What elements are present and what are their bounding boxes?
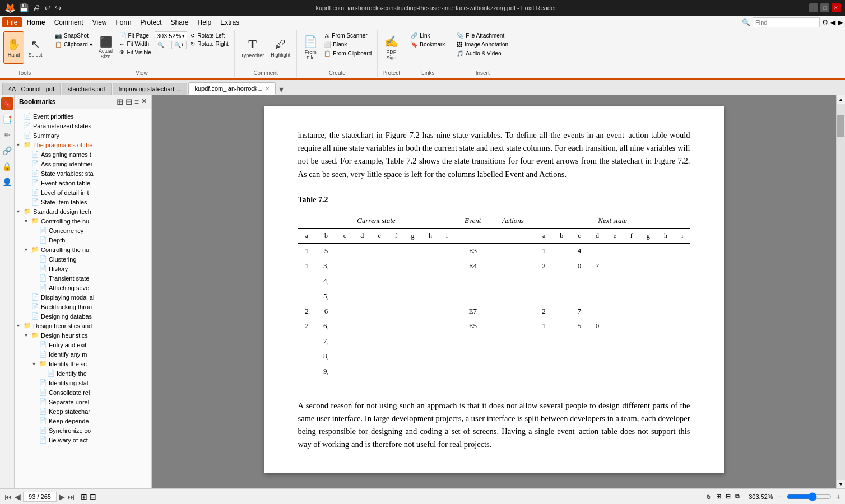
- file-attachment-button[interactable]: 📎 File Attachment: [454, 31, 510, 40]
- fit-width-button[interactable]: ↔ Fit Width: [117, 40, 154, 48]
- menu-help[interactable]: Help: [193, 17, 216, 27]
- maximize-button[interactable]: □: [820, 3, 829, 12]
- menu-comment[interactable]: Comment: [50, 17, 88, 27]
- nav-prev-button[interactable]: ◀: [15, 492, 21, 501]
- zoom-in-button[interactable]: 🔍+: [171, 41, 187, 49]
- image-annotation-button[interactable]: 🖼 Image Annotation: [454, 40, 510, 49]
- status-zoom-out-button[interactable]: −: [778, 492, 782, 501]
- tab-close-icon[interactable]: ✕: [265, 86, 270, 92]
- view-mode-icon[interactable]: ⊟: [90, 492, 96, 501]
- minimize-button[interactable]: ─: [809, 3, 818, 12]
- menu-home[interactable]: Home: [22, 17, 49, 27]
- bookmark-item-bm9[interactable]: 📄Level of detail in t: [15, 188, 151, 197]
- audio-video-button[interactable]: 🎵 Audio & Video: [454, 49, 510, 58]
- typewriter-button[interactable]: T Typewriter: [238, 31, 267, 64]
- from-clipboard-button[interactable]: 📋 From Clipboard: [322, 49, 374, 58]
- redo-btn[interactable]: ↪: [54, 3, 63, 12]
- fit-page-button[interactable]: 📄 Fit Page: [117, 31, 154, 40]
- menu-file[interactable]: File: [2, 17, 22, 27]
- menu-share[interactable]: Share: [166, 17, 193, 27]
- bookmark-item-bm32[interactable]: 📄Keep statechar: [15, 407, 151, 416]
- bookmark-item-bm27[interactable]: ▾📁Identify the sc: [15, 359, 151, 368]
- right-scrollbar[interactable]: ▲ ▼: [836, 95, 845, 488]
- bookmark-item-bm26[interactable]: 📄Identify any m: [15, 349, 151, 359]
- bookmark-item-bm25[interactable]: 📄Entry and exit: [15, 340, 151, 349]
- bookmark-item-bm23[interactable]: ▾📁Design heuristics and: [15, 321, 151, 330]
- find-settings-icon[interactable]: ⚙: [822, 18, 828, 26]
- panel-close-icon[interactable]: ✕: [141, 97, 147, 106]
- security-icon[interactable]: 🔒: [1, 160, 13, 172]
- bookmark-item-bm30[interactable]: 📄Consolidate rel: [15, 388, 151, 397]
- scroll-thumb[interactable]: [837, 115, 844, 137]
- panel-expand-icon[interactable]: ⊞: [117, 97, 123, 106]
- bookmark-item-bm15[interactable]: ▾📁Controlling the nu: [15, 245, 151, 254]
- scroll-down-button[interactable]: ▼: [837, 480, 845, 488]
- nav-next-button[interactable]: ▶: [59, 492, 65, 501]
- bookmark-item-bm6[interactable]: 📄Assigning identifier: [15, 159, 151, 169]
- bookmark-item-bm31[interactable]: 📄Separate unrel: [15, 397, 151, 407]
- select-tool-button[interactable]: ↖ Select: [25, 31, 45, 64]
- bookmark-item-bm19[interactable]: 📄Attaching seve: [15, 283, 151, 292]
- bookmark-item-bm20[interactable]: 📄Displaying modal al: [15, 292, 151, 302]
- bookmark-item-bm33[interactable]: 📄Keep depende: [15, 416, 151, 426]
- from-file-button[interactable]: 📄 From File: [300, 31, 321, 64]
- bookmark-item-bm18[interactable]: 📄Transient state: [15, 273, 151, 283]
- user-icon[interactable]: 👤: [1, 176, 13, 188]
- bookmark-item-bm29[interactable]: 📄Identifying stat: [15, 378, 151, 388]
- undo-btn[interactable]: ↩: [43, 3, 52, 12]
- status-zoom-in-button[interactable]: +: [836, 492, 841, 501]
- zoom-out-button[interactable]: 🔍−: [155, 41, 170, 49]
- scroll-up-button[interactable]: ▲: [837, 95, 845, 104]
- menu-view[interactable]: View: [88, 17, 112, 27]
- close-button[interactable]: ✕: [832, 3, 841, 12]
- pages-icon[interactable]: 📑: [1, 113, 13, 125]
- save-btn[interactable]: 💾: [18, 3, 30, 12]
- rotate-right-button[interactable]: ↻ Rotate Right: [188, 40, 231, 48]
- zoom-slider[interactable]: [787, 492, 832, 501]
- bookmark-item-bm13[interactable]: 📄Concurrency: [15, 226, 151, 235]
- print-btn[interactable]: 🖨: [31, 3, 41, 12]
- annotations-icon[interactable]: ✏: [1, 129, 13, 141]
- menu-form[interactable]: Form: [112, 17, 136, 27]
- nav-first-button[interactable]: ⏮: [4, 492, 12, 501]
- tab-starcharts[interactable]: starcharts.pdf: [62, 83, 112, 95]
- bookmark-item-bm22[interactable]: 📄Designing databas: [15, 311, 151, 321]
- bookmark-item-bm3[interactable]: 📄Summary: [15, 130, 151, 140]
- clipboard-button[interactable]: 📋 Clipboard ▾: [53, 40, 95, 49]
- bookmark-item-bm21[interactable]: 📄Backtracking throu: [15, 302, 151, 311]
- bookmark-item-bm7[interactable]: 📄State variables: sta: [15, 169, 151, 178]
- bookmarks-icon[interactable]: 🔖: [1, 97, 13, 110]
- pdf-sign-button[interactable]: ✍ PDF Sign: [381, 31, 401, 64]
- bookmark-item-bm1[interactable]: 📄Event priorities: [15, 111, 151, 121]
- bookmark-item-bm4[interactable]: ▾📁The pragmatics of the: [15, 140, 151, 150]
- bookmark-item-bm16[interactable]: 📄Clustering: [15, 254, 151, 264]
- snapshot-button[interactable]: 📷 SnapShot: [53, 31, 95, 40]
- bookmark-item-bm11[interactable]: ▾📁Standard design tech: [15, 207, 151, 216]
- rotate-left-button[interactable]: ↺ Rotate Left: [188, 31, 231, 40]
- bookmark-item-bm14[interactable]: 📄Depth: [15, 235, 151, 245]
- pdf-content-area[interactable]: instance, the statechart in Figure 7.2 h…: [152, 95, 836, 488]
- zoom-selector[interactable]: 303.52% ▾: [155, 31, 187, 40]
- highlight-button[interactable]: 🖊 Highlight: [268, 31, 293, 64]
- tab-more-icon[interactable]: ▾: [279, 84, 284, 95]
- actual-size-button[interactable]: ⬛ ActualSize: [96, 31, 116, 64]
- find-input[interactable]: [753, 17, 820, 27]
- tab-couriol[interactable]: 4A - Couriol_.pdf: [2, 83, 61, 95]
- find-next-btn[interactable]: ▶: [838, 18, 843, 26]
- bookmark-item-bm35[interactable]: 📄Be wary of act: [15, 435, 151, 445]
- bookmark-item-bm28[interactable]: 📄Identify the: [15, 368, 151, 378]
- panel-options-icon[interactable]: ≡: [134, 97, 139, 106]
- bookmark-item-bm10[interactable]: 📄State-item tables: [15, 197, 151, 207]
- bookmark-button[interactable]: 🔖 Bookmark: [408, 40, 447, 49]
- bookmark-item-bm24[interactable]: ▾📁Design heuristics: [15, 330, 151, 340]
- panel-collapse-icon[interactable]: ⊟: [126, 97, 132, 106]
- nav-last-button[interactable]: ⏭: [67, 492, 75, 501]
- bookmark-item-bm12[interactable]: ▾📁Controlling the nu: [15, 216, 151, 226]
- blank-button[interactable]: ⬜ Blank: [322, 40, 374, 49]
- tab-statechart[interactable]: Improving statechart ...: [113, 83, 188, 95]
- from-scanner-button[interactable]: 🖨 From Scanner: [322, 31, 374, 40]
- hand-tool-button[interactable]: ✋ Hand: [3, 31, 24, 64]
- bookmark-item-bm17[interactable]: 📄History: [15, 264, 151, 273]
- bookmark-item-bm8[interactable]: 📄Event-action table: [15, 178, 151, 188]
- fit-icons[interactable]: ⊞: [81, 492, 87, 501]
